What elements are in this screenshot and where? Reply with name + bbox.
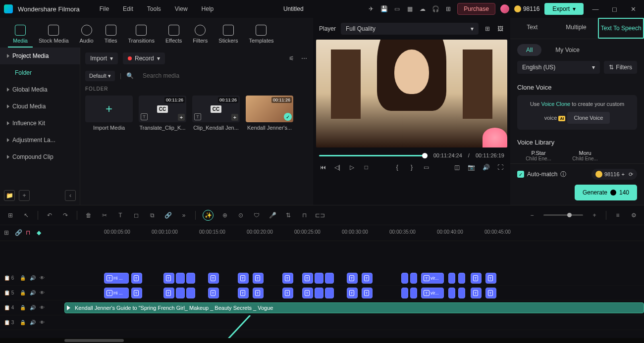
- more-tools-icon[interactable]: »: [179, 211, 188, 220]
- text-clip[interactable]: [448, 288, 455, 298]
- split-icon[interactable]: ⊓: [300, 211, 309, 220]
- crop-icon[interactable]: ◻: [132, 211, 141, 220]
- menu-help[interactable]: Help: [196, 2, 220, 15]
- tab-stock-media[interactable]: Stock Media: [34, 22, 74, 48]
- zoom-slider[interactable]: [543, 214, 583, 216]
- auto-match-checkbox[interactable]: ✓ Auto-match ⓘ: [517, 170, 566, 179]
- maximize-button[interactable]: ◻: [607, 5, 621, 13]
- marker-icon[interactable]: ⊏⊐: [316, 211, 324, 220]
- mute-icon[interactable]: 🔊: [30, 320, 36, 326]
- text-clip[interactable]: T: [253, 288, 264, 298]
- zoom-in-icon[interactable]: +: [590, 211, 599, 220]
- text-clip[interactable]: [458, 273, 465, 284]
- tab-transitions[interactable]: Transitions: [123, 22, 160, 48]
- refresh-icon[interactable]: ⟳: [629, 171, 633, 178]
- playback-slider[interactable]: [319, 155, 428, 156]
- media-item[interactable]: 00:11:26TCC+ Clip_Kendall Jen...: [192, 96, 240, 131]
- settings-icon[interactable]: ⚙: [629, 211, 638, 220]
- prev-clip-icon[interactable]: ⏮: [319, 163, 326, 171]
- mute-icon[interactable]: 🔊: [30, 275, 36, 281]
- text-clip[interactable]: T: [471, 273, 482, 284]
- text-clip[interactable]: [448, 273, 455, 284]
- text-clip[interactable]: [186, 273, 195, 284]
- text-clip[interactable]: T: [362, 288, 373, 298]
- tab-titles[interactable]: Titles: [100, 22, 122, 48]
- video-preview[interactable]: [316, 40, 507, 147]
- timeline-scrollbar[interactable]: [0, 338, 644, 343]
- close-button[interactable]: ✕: [626, 5, 640, 13]
- purchase-button[interactable]: Purchase: [457, 3, 495, 15]
- track-marker-icon[interactable]: ◆: [37, 229, 45, 237]
- stop-icon[interactable]: □: [363, 163, 370, 171]
- text-clip[interactable]: T: [302, 288, 313, 298]
- lock-icon[interactable]: 🔒: [20, 275, 26, 281]
- mark-out-icon[interactable]: }: [408, 163, 415, 171]
- display-icon[interactable]: ▭: [393, 5, 401, 13]
- help-icon[interactable]: ⓘ: [560, 170, 566, 179]
- link-icon[interactable]: 🔗: [163, 211, 172, 220]
- send-icon[interactable]: ✈: [367, 5, 375, 13]
- play-icon[interactable]: ▷: [348, 163, 356, 171]
- text-clip[interactable]: T: [208, 288, 219, 298]
- voice-clone-link[interactable]: Voice Clone: [541, 101, 571, 107]
- text-clip[interactable]: T: [282, 273, 293, 284]
- text-icon[interactable]: T: [116, 211, 125, 220]
- text-clip[interactable]: T: [485, 273, 496, 284]
- text-clip[interactable]: [458, 288, 465, 298]
- text-clip[interactable]: T: [302, 273, 313, 284]
- filter-icon[interactable]: ⚟: [287, 54, 295, 62]
- rp-tab-tts[interactable]: Text To Speech: [598, 18, 644, 39]
- tab-audio[interactable]: Audio: [75, 22, 99, 48]
- step-back-icon[interactable]: ◁|: [333, 163, 341, 171]
- menu-view[interactable]: View: [169, 2, 194, 15]
- track-add-icon[interactable]: ⊞: [4, 229, 12, 237]
- text-clip[interactable]: [325, 273, 334, 284]
- export-button[interactable]: Export▾: [544, 3, 584, 15]
- quality-icon[interactable]: ◫: [453, 163, 461, 171]
- tab-stickers[interactable]: Stickers: [214, 22, 243, 48]
- text-clip[interactable]: THi ...: [104, 273, 129, 284]
- search-input[interactable]: [139, 70, 308, 81]
- media-item[interactable]: 00:11:26TCC+ Translate_Clip_K...: [139, 96, 186, 131]
- text-clip[interactable]: [410, 288, 417, 298]
- import-button[interactable]: Import ▾: [85, 52, 118, 64]
- text-clip[interactable]: T: [471, 288, 482, 298]
- headphones-icon[interactable]: 🎧: [431, 5, 439, 13]
- mixer-icon[interactable]: ⇅: [284, 211, 293, 220]
- text-clip[interactable]: [315, 273, 323, 284]
- sidebar-adjustment-layer[interactable]: Adjustment La...: [0, 132, 80, 148]
- sidebar-cloud-media[interactable]: Cloud Media: [0, 98, 80, 115]
- new-folder-button[interactable]: 📁: [4, 190, 15, 201]
- sidebar-influence-kit[interactable]: Influence Kit: [0, 115, 80, 132]
- volume-icon[interactable]: 🔊: [483, 163, 490, 171]
- mark-in-icon[interactable]: {: [393, 163, 401, 171]
- coin-balance-small[interactable]: 98116+ ⟳: [591, 169, 637, 180]
- quality-select[interactable]: Full Quality▾: [341, 23, 479, 35]
- pointer-tool-icon[interactable]: ↖: [22, 211, 31, 220]
- track-link-icon[interactable]: 🔗: [15, 229, 23, 237]
- tab-media[interactable]: Media: [8, 22, 33, 48]
- sidebar-project-media[interactable]: Project Media: [0, 48, 80, 64]
- tab-templates[interactable]: Templates: [244, 22, 278, 48]
- rp-tab-text[interactable]: Text: [510, 18, 554, 39]
- grid-view-icon[interactable]: ⊞: [483, 25, 491, 33]
- shield-icon[interactable]: 🛡: [252, 211, 261, 220]
- text-clip[interactable]: [401, 288, 408, 298]
- ai-tool-icon[interactable]: ✨: [203, 210, 214, 221]
- visible-icon[interactable]: 👁: [40, 305, 46, 311]
- enhance-icon[interactable]: ⊕: [220, 211, 229, 220]
- list-icon[interactable]: ≡: [613, 211, 622, 220]
- text-clip[interactable]: [176, 273, 185, 284]
- menu-file[interactable]: File: [94, 2, 115, 15]
- tab-effects[interactable]: Effects: [161, 22, 187, 48]
- sidebar-global-media[interactable]: Global Media: [0, 81, 80, 98]
- mic-icon[interactable]: 🎤: [268, 211, 277, 220]
- visible-icon[interactable]: 👁: [40, 320, 46, 326]
- voice-item[interactable]: MoruChild Ene...: [564, 150, 606, 161]
- sort-default[interactable]: Default ▾: [85, 71, 115, 81]
- text-clip[interactable]: T: [347, 288, 358, 298]
- lock-icon[interactable]: 🔒: [20, 305, 26, 311]
- text-clip[interactable]: T: [163, 273, 174, 284]
- visible-icon[interactable]: 👁: [40, 275, 46, 281]
- track-magnet-icon[interactable]: ⊓: [26, 229, 34, 237]
